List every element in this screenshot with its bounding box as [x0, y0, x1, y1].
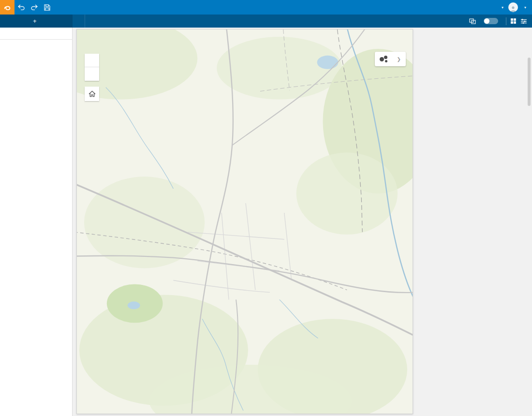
chevron-right-icon: ❯: [397, 57, 401, 62]
layout-options-icon[interactable]: [520, 18, 527, 24]
home-extent-button[interactable]: [85, 87, 99, 101]
layer-legend-chip[interactable]: ❯: [375, 52, 406, 66]
create-tools: [0, 28, 72, 37]
avatar[interactable]: [508, 2, 518, 12]
sync-maps-toggle[interactable]: [484, 18, 498, 24]
redo-button[interactable]: [28, 0, 41, 15]
plus-icon: +: [33, 17, 37, 25]
grid-view-icon[interactable]: [510, 18, 517, 24]
zoom-in-button[interactable]: [85, 54, 99, 67]
person-icon: [510, 5, 517, 12]
undo-button[interactable]: [15, 0, 28, 15]
toggle-knob: [484, 18, 489, 24]
map-points-layer: [77, 30, 413, 414]
user-menu[interactable]: ▾: [523, 5, 526, 10]
help-menu[interactable]: ▾: [500, 5, 503, 10]
logo-glyph: [3, 3, 12, 12]
app-header: ▾ ▾: [0, 0, 532, 15]
map-card: ❯: [76, 29, 413, 414]
zoom-controls: [85, 54, 99, 81]
zoom-out-button[interactable]: [85, 67, 99, 81]
point-layer-icon: [380, 56, 388, 62]
page-tab-bar: +: [0, 15, 532, 28]
header-right: ▾ ▾: [500, 2, 526, 12]
data-sidebar: [0, 28, 73, 416]
chevron-down-icon: ▾: [502, 5, 503, 10]
right-card-panel: [419, 28, 532, 416]
home-icon: [89, 90, 96, 97]
save-button[interactable]: [41, 0, 54, 15]
insights-logo[interactable]: [0, 0, 15, 15]
chevron-down-icon: ▾: [524, 5, 526, 10]
sync-cards-icon[interactable]: [469, 18, 476, 24]
divider: [506, 17, 506, 25]
add-data-button[interactable]: +: [0, 15, 73, 28]
scrollbar-thumb[interactable]: [528, 58, 531, 106]
dataset-list: [0, 40, 72, 46]
new-page-button[interactable]: [73, 15, 85, 28]
tabbar-controls: [469, 15, 532, 28]
